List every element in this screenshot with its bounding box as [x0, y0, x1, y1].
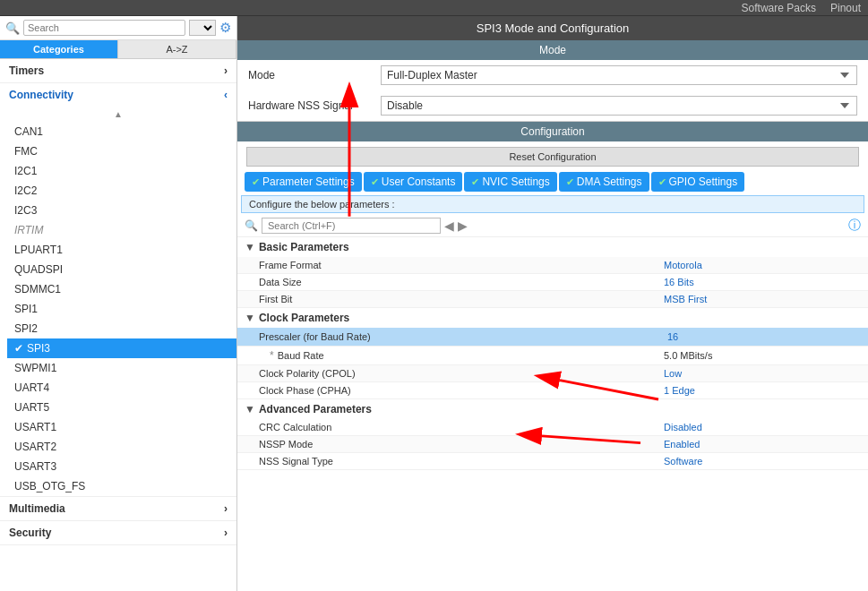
- next-arrow-icon[interactable]: ▶: [458, 218, 468, 233]
- sidebar-item-label: USB_OTG_FS: [14, 480, 85, 492]
- param-search-icon: 🔍: [245, 219, 258, 232]
- sidebar-item-swpmi1[interactable]: SWPMI1: [7, 358, 236, 378]
- prev-arrow-icon[interactable]: ◀: [444, 218, 454, 233]
- param-name: Frame Format: [259, 260, 664, 270]
- param-group-advanced-parameters[interactable]: ▼Advanced Parameters: [237, 399, 868, 419]
- hardware-nss-row: Hardware NSS Signal Disable: [237, 90, 868, 121]
- sidebar-item-label: LPUART1: [14, 244, 63, 256]
- param-search-input[interactable]: [262, 218, 441, 234]
- sidebar-item-usb_otg_fs[interactable]: USB_OTG_FS: [7, 476, 236, 496]
- top-bar: Software Packs Pinout: [0, 0, 868, 16]
- group-timers-header[interactable]: Timers ›: [0, 59, 236, 82]
- reset-config-button[interactable]: Reset Configuration: [246, 147, 859, 167]
- param-row: Frame FormatMotorola: [237, 257, 868, 274]
- config-tab-0[interactable]: ✔Parameter Settings: [245, 172, 362, 192]
- info-icon[interactable]: ⓘ: [848, 218, 861, 234]
- sidebar-item-usart3[interactable]: USART3: [7, 457, 236, 476]
- sidebar-item-label: UART5: [14, 401, 49, 414]
- sidebar-item-label: CAN1: [14, 125, 43, 138]
- gear-icon[interactable]: ⚙: [219, 20, 231, 36]
- tab-label: User Constants: [382, 176, 456, 188]
- param-value: Disabled: [664, 422, 861, 433]
- asterisk: *: [270, 349, 274, 362]
- param-name: NSS Signal Type: [259, 456, 664, 467]
- group-multimedia-header[interactable]: Multimedia ›: [0, 497, 236, 520]
- security-chevron-icon: ›: [224, 527, 228, 539]
- search-input[interactable]: [23, 20, 185, 36]
- sidebar-item-label: SPI3: [27, 342, 50, 355]
- param-value[interactable]: 16: [664, 330, 861, 343]
- mode-row: Mode Full-Duplex Master: [237, 60, 868, 90]
- param-row: NSS Signal TypeSoftware: [237, 453, 868, 470]
- sidebar-item-uart4[interactable]: UART4: [7, 378, 236, 398]
- param-table: ▼Basic ParametersFrame FormatMotorolaDat…: [237, 237, 868, 591]
- search-icon: 🔍: [5, 21, 20, 35]
- config-filter-bar: Configure the below parameters :: [241, 195, 864, 213]
- sidebar-item-fmc[interactable]: FMC: [7, 141, 236, 161]
- sidebar-item-quadspi[interactable]: QUADSPI: [7, 260, 236, 279]
- group-multimedia: Multimedia ›: [0, 497, 236, 521]
- param-row[interactable]: Prescaler (for Baud Rate)16: [237, 328, 868, 347]
- sidebar-item-spi2[interactable]: SPI2: [7, 319, 236, 338]
- config-tab-3[interactable]: ✔DMA Settings: [559, 172, 649, 192]
- sidebar-item-spi1[interactable]: SPI1: [7, 299, 236, 319]
- software-packs-link[interactable]: Software Packs: [742, 2, 816, 14]
- sidebar-item-can1[interactable]: CAN1: [7, 122, 236, 141]
- sidebar-item-usart1[interactable]: USART1: [7, 417, 236, 437]
- sidebar-item-lpuart1[interactable]: LPUART1: [7, 240, 236, 260]
- pinout-link[interactable]: Pinout: [830, 2, 861, 14]
- sidebar-item-i2c2[interactable]: I2C2: [7, 181, 236, 201]
- group-multimedia-label: Multimedia: [9, 502, 65, 515]
- param-row: First BitMSB First: [237, 291, 868, 308]
- sidebar-item-label: SWPMI1: [14, 362, 56, 374]
- sidebar-item-label: I2C1: [14, 165, 37, 177]
- sidebar-item-i2c1[interactable]: I2C1: [7, 161, 236, 181]
- hardware-nss-select[interactable]: Disable: [381, 96, 857, 116]
- hardware-nss-label: Hardware NSS Signal: [248, 99, 374, 112]
- sidebar-item-sdmmc1[interactable]: SDMMC1: [7, 279, 236, 299]
- param-value: 5.0 MBits/s: [664, 350, 861, 361]
- param-group-basic-parameters[interactable]: ▼Basic Parameters: [237, 237, 868, 257]
- mode-select[interactable]: Full-Duplex Master: [381, 65, 857, 85]
- check-icon: ✔: [14, 342, 23, 355]
- mode-section: Mode Mode Full-Duplex Master Hardware NS…: [237, 40, 868, 122]
- group-label: Basic Parameters: [259, 241, 349, 253]
- config-tab-1[interactable]: ✔User Constants: [364, 172, 463, 192]
- sidebar-item-label: QUADSPI: [14, 263, 63, 276]
- param-row: Clock Polarity (CPOL)Low: [237, 365, 868, 382]
- param-row: CRC CalculationDisabled: [237, 419, 868, 436]
- main-layout: 🔍 ⚙ Categories A->Z Timers › Connecti: [0, 16, 868, 591]
- tab-label: DMA Settings: [577, 176, 642, 188]
- group-security-header[interactable]: Security ›: [0, 521, 236, 544]
- tab-label: Parameter Settings: [262, 176, 355, 188]
- config-tab-4[interactable]: ✔GPIO Settings: [651, 172, 745, 192]
- param-row: Data Size16 Bits: [237, 274, 868, 291]
- timers-chevron-icon: ›: [224, 64, 228, 77]
- sidebar: 🔍 ⚙ Categories A->Z Timers › Connecti: [0, 16, 237, 591]
- group-arrow-icon: ▼: [245, 403, 255, 415]
- tab-az[interactable]: A->Z: [118, 40, 236, 58]
- param-name: First Bit: [259, 294, 664, 304]
- mode-label: Mode: [248, 69, 374, 81]
- param-group-clock-parameters[interactable]: ▼Clock Parameters: [237, 308, 868, 328]
- sidebar-search-bar: 🔍 ⚙: [0, 16, 236, 40]
- tab-categories[interactable]: Categories: [0, 40, 118, 58]
- sidebar-item-label: I2C2: [14, 184, 37, 197]
- scroll-up-arrow[interactable]: ▲: [0, 107, 236, 122]
- sidebar-item-label: USART3: [14, 460, 56, 473]
- sidebar-item-uart5[interactable]: UART5: [7, 398, 236, 417]
- sidebar-content: Timers › Connectivity ‹ ▲ CAN1FMCI2C1I2C…: [0, 59, 236, 591]
- tab-check-icon: ✔: [658, 176, 666, 188]
- param-value: 16 Bits: [664, 277, 861, 287]
- group-connectivity-header[interactable]: Connectivity ‹: [0, 83, 236, 107]
- sidebar-item-i2c3[interactable]: I2C3: [7, 201, 236, 220]
- sidebar-tabs: Categories A->Z: [0, 40, 236, 59]
- group-connectivity: Connectivity ‹ ▲ CAN1FMCI2C1I2C2I2C3IRTI…: [0, 83, 236, 497]
- connectivity-items: CAN1FMCI2C1I2C2I2C3IRTIMLPUART1QUADSPISD…: [0, 122, 236, 496]
- config-tabs: ✔Parameter Settings✔User Constants✔NVIC …: [237, 172, 868, 195]
- sidebar-item-irtim[interactable]: IRTIM: [7, 220, 236, 240]
- config-tab-2[interactable]: ✔NVIC Settings: [464, 172, 556, 192]
- search-dropdown[interactable]: [189, 20, 216, 36]
- sidebar-item-spi3[interactable]: ✔SPI3: [7, 338, 236, 358]
- sidebar-item-usart2[interactable]: USART2: [7, 437, 236, 457]
